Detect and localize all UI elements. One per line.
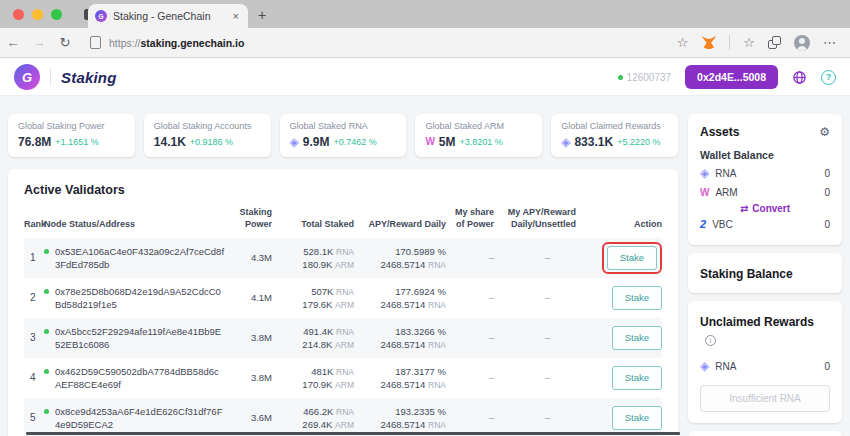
col-apy: APY/Reward Daily (354, 207, 446, 238)
reload-icon[interactable]: ↻ (52, 35, 78, 50)
browser-titlebar: G Staking - GeneChain × + (0, 0, 850, 28)
status-dot (44, 369, 49, 374)
unclaimed-row-rna: ◈ RNA 0 (700, 356, 830, 376)
close-window-button[interactable] (13, 9, 24, 20)
validator-row: 5 0x8ce9d4253aA6F4e1dE626Cf31df76F4e9D59… (24, 398, 662, 436)
table-header-row: Rank Node Status/Address Staking Power T… (24, 207, 662, 238)
stake-button[interactable]: Stake (612, 366, 662, 390)
stat-value: 9.9M (303, 135, 330, 149)
active-validators-card: Active Validators Rank Node Status/Addre… (8, 169, 678, 436)
site-info-icon[interactable] (90, 36, 101, 49)
my-apy: – (504, 318, 576, 358)
action-cell: Stake (576, 318, 662, 358)
rna-coin-icon: ◈ (700, 360, 709, 372)
collections-star-icon[interactable]: ☆ (743, 35, 755, 50)
col-power: Staking Power (232, 207, 272, 238)
stat-label: Global Staked ARM (425, 121, 532, 131)
total-staked: 528.1K RNA180.9K ARM (272, 238, 354, 278)
node-address: 0x462D59C590502dbA7784dBB58d6cAEF88CE4e6… (44, 365, 232, 393)
stake-button[interactable]: Stake (612, 286, 662, 310)
convert-link[interactable]: ⇄ Convert (700, 203, 830, 214)
minimize-window-button[interactable] (32, 9, 43, 20)
node-address: 0xA5bcc52F29294afe119fAe8e41Bb9E52EB1c60… (44, 325, 232, 353)
action-cell: Stake (576, 278, 662, 318)
stat-card-staked-arm: Global Staked ARM W5M+3.8201 % (415, 114, 542, 157)
unclaimed-amount: 0 (824, 361, 830, 372)
window-bottom-edge (26, 432, 680, 435)
network-status-dot (618, 75, 623, 80)
forward-icon[interactable]: → (26, 35, 52, 50)
rewards-coin-icon: ◈ (561, 136, 570, 148)
action-cell: Stake (576, 358, 662, 398)
asset-row-vbc: 2 VBC 0 (700, 215, 830, 234)
stat-change: +5.2220 % (617, 137, 660, 147)
unclaimed-rewards-card: Unclaimed Rewards i ◈ RNA 0 Insufficient… (688, 301, 842, 423)
rank: 2 (24, 278, 44, 318)
validator-row: 3 0xA5bcc52F29294afe119fAe8e41Bb9E52EB1c… (24, 318, 662, 358)
browser-tab[interactable]: G Staking - GeneChain × (88, 4, 248, 28)
stat-value: 14.1K (154, 135, 186, 149)
new-tab-button[interactable]: + (258, 4, 266, 26)
asset-row-rna: ◈ RNA 0 (700, 163, 830, 183)
favorites-star-icon[interactable]: ☆ (677, 35, 689, 50)
browser-menu-icon[interactable]: ⋯ (823, 35, 836, 50)
page-content: Global Staking Power 76.8M+1.1651 % Glob… (0, 97, 850, 436)
staking-power: 4.1M (232, 278, 272, 318)
insufficient-rna-button[interactable]: Insufficient RNA (700, 385, 830, 412)
arm-coin-icon: W (425, 137, 434, 147)
wallet-address-button[interactable]: 0x2d4E...5008 (685, 65, 778, 89)
staking-power: 4.3M (232, 238, 272, 278)
right-sidebar: Assets ⚙ Wallet Balance ◈ RNA 0 W ARM 0 … (688, 114, 842, 436)
apy-reward: 177.6924 %2468.5714 RNA (354, 278, 446, 318)
profile-avatar[interactable] (794, 35, 810, 51)
stat-change: +0.9186 % (190, 137, 233, 147)
tab-groups-icon[interactable] (768, 36, 781, 49)
header-actions: 12600737 0x2d4E...5008 ? (618, 65, 836, 89)
validator-row: 1 0x53EA106aC4e0F432a09c2Af7ceCd8f3FdEd7… (24, 238, 662, 278)
browser-toolbar: ← → ↻ https://staking.genechain.io ☆ ☆ ⋯ (0, 28, 850, 58)
address-bar[interactable]: https://staking.genechain.io (109, 37, 244, 49)
total-staked: 507K RNA179.6K ARM (272, 278, 354, 318)
help-icon[interactable]: ? (821, 70, 836, 85)
gear-icon[interactable]: ⚙ (819, 126, 830, 138)
block-number: 12600737 (618, 72, 672, 83)
asset-amount: 0 (824, 187, 830, 198)
tab-close-icon[interactable]: × (231, 10, 241, 22)
block-number-value: 12600737 (627, 72, 672, 83)
node-address: 0x53EA106aC4e0F432a09c2Af7ceCd8f3FdEd785… (44, 245, 232, 273)
tab-title: Staking - GeneChain (113, 10, 231, 22)
asset-row-arm: W ARM 0 (700, 183, 830, 202)
logo-divider (50, 68, 51, 86)
col-action: Action (576, 207, 662, 238)
back-icon[interactable]: ← (0, 35, 26, 50)
avatar-head (799, 38, 805, 44)
total-staked: 491.4K RNA214.8K ARM (272, 318, 354, 358)
transactions-card: Transactions (0) ↗ (688, 431, 842, 436)
convert-icon: ⇄ (740, 203, 748, 214)
status-dot (44, 409, 49, 414)
staking-balance-title: Staking Balance (700, 267, 793, 281)
status-dot (44, 249, 49, 254)
rna-coin-icon: ◈ (700, 167, 709, 179)
stake-button[interactable]: Stake (607, 246, 657, 270)
total-staked: 466.2K RNA269.4K ARM (272, 398, 354, 436)
my-apy: – (504, 358, 576, 398)
staking-power: 3.8M (232, 358, 272, 398)
action-cell: Stake (576, 398, 662, 436)
info-icon[interactable]: i (705, 335, 716, 346)
node-address: 0x8ce9d4253aA6F4e1dE626Cf31df76F4e9D59EC… (44, 405, 232, 433)
stake-button[interactable]: Stake (612, 326, 662, 350)
apy-reward: 183.3266 %2468.5714 RNA (354, 318, 446, 358)
metamask-extension-icon[interactable] (701, 36, 716, 49)
vbc-coin-icon: 2 (700, 219, 706, 230)
rank: 3 (24, 318, 44, 358)
global-stats-row: Global Staking Power 76.8M+1.1651 % Glob… (8, 114, 678, 157)
language-globe-icon[interactable] (792, 70, 807, 85)
stake-button[interactable]: Stake (612, 406, 662, 430)
toolbar-separator (729, 35, 730, 50)
unclaimed-rewards-title: Unclaimed Rewards (700, 315, 814, 329)
wallet-balance-label: Wallet Balance (700, 149, 830, 161)
assets-card: Assets ⚙ Wallet Balance ◈ RNA 0 W ARM 0 … (688, 114, 842, 245)
my-share: – (446, 358, 504, 398)
maximize-window-button[interactable] (51, 9, 62, 20)
